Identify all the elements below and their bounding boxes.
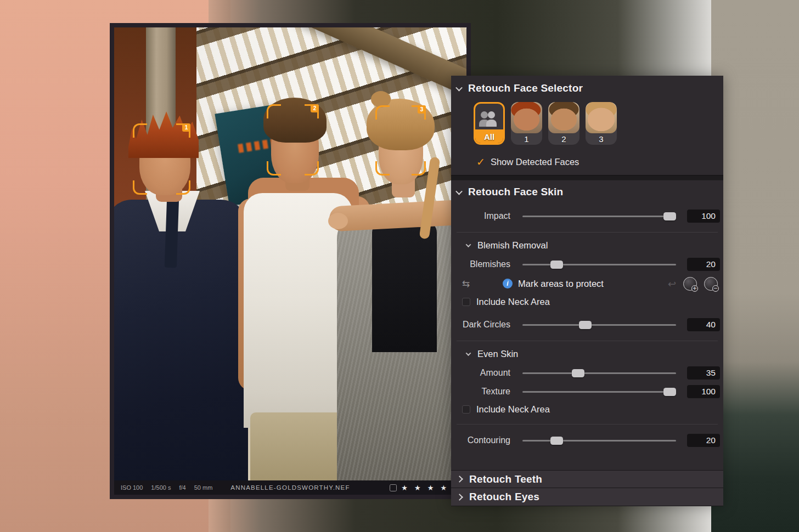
brush-subtract-icon[interactable]: − (704, 277, 718, 291)
blemishes-slider[interactable] (522, 260, 676, 269)
face-thumbnail-1 (511, 102, 542, 133)
face-tiles: All 1 2 3 (474, 102, 723, 145)
slider-label: Texture (451, 387, 510, 397)
contouring-row: Contouring 20 (451, 431, 723, 450)
section-title: Retouch Face Skin (468, 186, 563, 198)
chevron-down-icon (455, 84, 463, 91)
include-neck-checkbox-blemish[interactable]: Include Neck Area (451, 293, 723, 310)
texture-slider[interactable] (522, 387, 676, 396)
face-thumbnail-2 (548, 102, 579, 133)
tile-label: 1 (511, 134, 542, 144)
bracket-corner (176, 180, 190, 195)
person3-black-top (372, 222, 437, 352)
tile-label: 3 (586, 134, 617, 144)
amount-row: Amount 35 (451, 364, 723, 382)
slider-label: Impact (451, 211, 510, 221)
compare-arrows-icon[interactable]: ⇆ (462, 278, 474, 289)
face-thumbnail-3 (586, 102, 617, 133)
face-tile-3[interactable]: 3 (586, 102, 617, 145)
blemish-removal-header[interactable]: Blemish Removal (451, 239, 723, 255)
photo-frame: 1 2 3 ISO 100 1/500 s f/4 (110, 23, 471, 499)
impact-slider[interactable] (522, 212, 676, 220)
info-icon: i (503, 279, 513, 288)
bracket-corner (305, 161, 319, 176)
checkbox-icon[interactable] (462, 405, 470, 414)
section-face-skin-header[interactable]: Retouch Face Skin (451, 180, 723, 201)
person1-jacket (114, 200, 248, 480)
face-box-3[interactable]: 3 (375, 105, 426, 176)
chevron-down-icon (455, 188, 463, 195)
bracket-corner (375, 161, 390, 176)
divider (457, 424, 718, 425)
dark-circles-row: Dark Circles 40 (451, 315, 723, 334)
bracket-corner (133, 123, 147, 138)
face-tile-2[interactable]: 2 (548, 102, 579, 145)
tile-label: All (475, 132, 503, 142)
contouring-value[interactable]: 20 (687, 434, 720, 447)
texture-row: Texture 100 (451, 382, 723, 401)
photo-scene: 1 2 3 (114, 27, 466, 480)
slider-thumb[interactable] (550, 437, 563, 445)
blemishes-value[interactable]: 20 (687, 258, 720, 271)
slider-thumb[interactable] (663, 212, 676, 220)
photo-viewer[interactable]: 1 2 3 ISO 100 1/500 s f/4 (114, 27, 466, 495)
chevron-down-icon (466, 350, 471, 356)
impact-value[interactable]: 100 (687, 210, 720, 223)
amount-slider[interactable] (522, 369, 676, 377)
slider-thumb[interactable] (550, 261, 563, 269)
bracket-corner (133, 180, 147, 195)
person3-hand (328, 213, 348, 229)
bracket-corner (412, 161, 426, 176)
tile-label: 2 (548, 134, 579, 144)
divider (457, 341, 718, 341)
color-tag-checkbox[interactable] (390, 484, 397, 491)
brush-add-icon[interactable]: + (683, 277, 697, 291)
checkbox-icon[interactable] (462, 298, 470, 306)
slider-thumb[interactable] (663, 388, 676, 396)
bracket-corner (375, 105, 390, 120)
face-tile-all[interactable]: All (474, 102, 505, 145)
even-skin-header[interactable]: Even Skin (451, 348, 723, 364)
backdrop-right-blur (711, 0, 799, 532)
face-badge: 1 (182, 123, 190, 132)
dark-circles-value[interactable]: 40 (687, 318, 720, 331)
person1-tie (165, 197, 179, 268)
chevron-right-icon (456, 494, 463, 501)
chevron-down-icon (466, 242, 471, 247)
retouch-tool-panel: Retouch Face Selector All 1 2 3 ✓ Show D… (451, 76, 723, 506)
section-face-selector-header[interactable]: Retouch Face Selector (451, 76, 723, 98)
texture-value[interactable]: 100 (687, 385, 720, 398)
dark-circles-slider[interactable] (522, 320, 676, 329)
section-retouch-eyes[interactable]: Retouch Eyes (451, 488, 723, 506)
bracket-corner (267, 104, 281, 118)
mark-areas-row: ⇆ i Mark areas to protect ↩ + − (451, 274, 723, 293)
section-title: Retouch Face Selector (468, 82, 583, 94)
slider-thumb[interactable] (572, 369, 584, 377)
slider-label: Dark Circles (451, 320, 510, 330)
show-detected-faces-checkbox[interactable]: ✓ Show Detected Faces (476, 157, 723, 167)
face-tile-1[interactable]: 1 (511, 102, 542, 145)
blemishes-row: Blemishes 20 (451, 255, 723, 274)
bracket-corner (267, 161, 281, 176)
section-retouch-teeth[interactable]: Retouch Teeth (451, 470, 723, 488)
slider-label: Contouring (451, 435, 510, 445)
face-box-1[interactable]: 1 (133, 123, 190, 195)
face-badge: 3 (418, 105, 426, 114)
contouring-slider[interactable] (522, 436, 676, 445)
check-icon: ✓ (476, 157, 485, 167)
include-neck-checkbox-evenskin[interactable]: Include Neck Area (451, 401, 723, 417)
impact-row: Impact 100 (451, 207, 723, 225)
amount-value[interactable]: 35 (687, 366, 720, 380)
chevron-right-icon (456, 476, 463, 483)
face-box-2[interactable]: 2 (267, 104, 319, 176)
divider (457, 232, 718, 233)
slider-thumb[interactable] (579, 321, 592, 329)
slider-label: Amount (451, 368, 510, 378)
undo-icon[interactable]: ↩ (668, 278, 676, 290)
slider-label: Blemishes (451, 259, 510, 269)
section-separator (451, 175, 723, 180)
face-badge: 2 (311, 104, 319, 112)
photo-info-bar: ISO 100 1/500 s f/4 50 mm ANNABELLE-GOLD… (114, 480, 466, 495)
